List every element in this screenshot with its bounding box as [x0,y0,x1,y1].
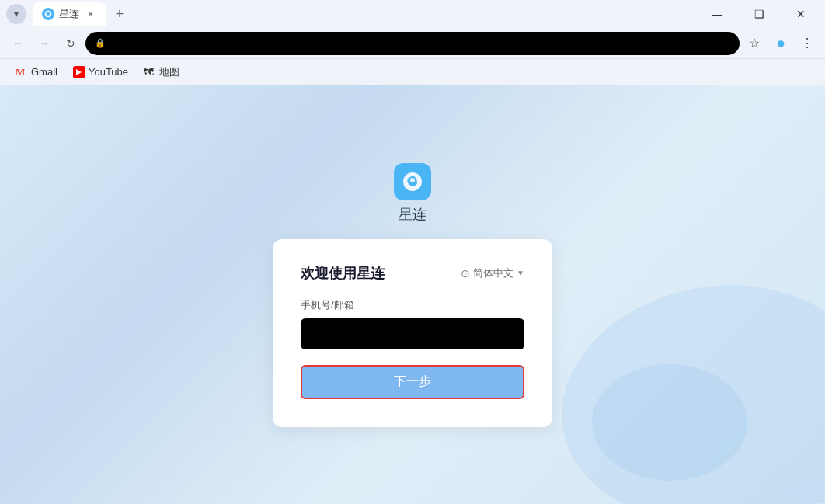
menu-btn[interactable]: ⋮ [795,32,819,55]
phone-email-input[interactable] [301,318,524,349]
card-header: 欢迎使用星连 ⊙ 简体中文 ▼ [301,264,524,283]
back-btn[interactable]: ← [6,32,30,55]
active-tab[interactable]: 星连 ✕ [33,2,106,26]
bookmark-gmail[interactable]: M Gmail [9,64,64,80]
new-tab-btn[interactable]: + [109,3,131,25]
tab-favicon [42,8,54,20]
youtube-icon [73,66,85,78]
bookmark-maps-label: 地图 [159,65,179,79]
toolbar-right: ☆ ● ⋮ [743,32,819,55]
titlebar: ▾ 星连 ✕ + — ❑ ✕ [0,0,825,28]
bookmarks-bar: M Gmail YouTube 🗺 地图 [0,59,825,85]
lang-icon: ⊙ [461,267,470,280]
page-content: 星连 欢迎使用星连 ⊙ 简体中文 ▼ 手机号/邮箱 下一步 [0,85,825,504]
bookmark-youtube-label: YouTube [89,66,128,78]
gmail-icon: M [16,66,28,78]
secure-icon: 🔒 [95,38,106,48]
app-logo-icon [394,163,431,200]
tab-close-btn[interactable]: ✕ [84,8,96,20]
account-btn[interactable]: ● [769,32,792,55]
app-logo-text: 星连 [399,205,426,224]
phone-email-label: 手机号/邮箱 [301,298,524,312]
login-card: 欢迎使用星连 ⊙ 简体中文 ▼ 手机号/邮箱 下一步 [273,239,552,427]
address-bar[interactable]: 🔒 [85,32,740,55]
titlebar-right: — ❑ ✕ [699,0,819,28]
app-logo-area: 星连 [394,163,431,224]
next-btn[interactable]: 下一步 [301,365,524,399]
svg-point-2 [410,178,415,182]
bookmark-gmail-label: Gmail [31,66,57,78]
bg-decor-1 [543,262,825,504]
toolbar: ← → ↻ 🔒 ☆ ● ⋮ [0,28,825,59]
titlebar-left: ▾ 星连 ✕ + [6,2,131,26]
close-btn[interactable]: ✕ [783,0,819,28]
maximize-btn[interactable]: ❑ [741,0,777,28]
forward-btn[interactable]: → [33,32,56,55]
lang-label: 简体中文 [473,266,513,280]
minimize-btn[interactable]: — [699,0,735,28]
refresh-btn[interactable]: ↻ [59,32,82,55]
maps-icon: 🗺 [144,66,156,78]
tab-dropdown-btn[interactable]: ▾ [6,4,26,24]
tab-title: 星连 [59,7,79,21]
bookmark-youtube[interactable]: YouTube [67,64,134,80]
card-title: 欢迎使用星连 [301,264,385,283]
bg-decor-2 [592,364,747,481]
bookmark-maps[interactable]: 🗺 地图 [138,64,186,81]
lang-arrow-icon: ▼ [517,269,524,277]
lang-selector[interactable]: ⊙ 简体中文 ▼ [461,266,524,280]
next-btn-label: 下一步 [394,374,431,390]
bookmark-star-btn[interactable]: ☆ [743,32,766,55]
